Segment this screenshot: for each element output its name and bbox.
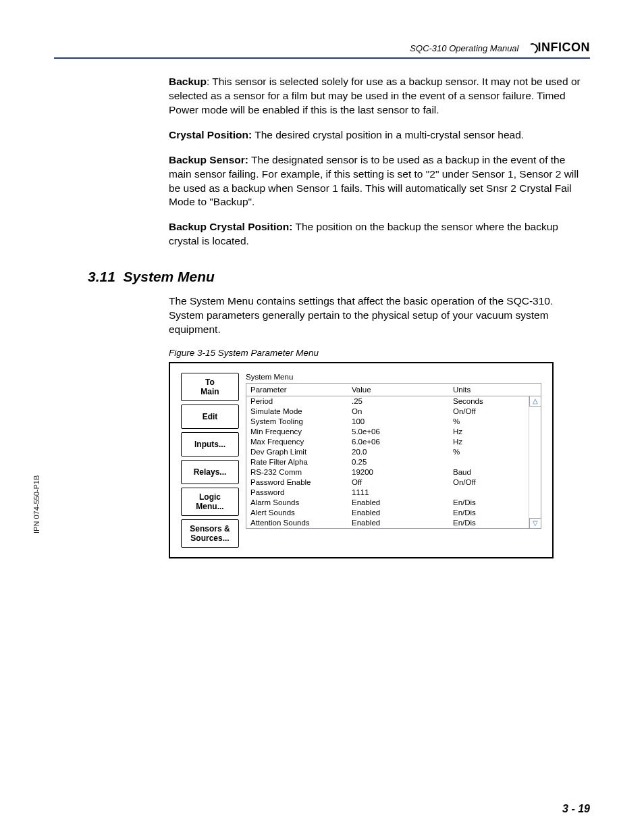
table-row[interactable]: Simulate ModeOnOn/Off [246,407,529,417]
table-scrollbar[interactable]: △ ▽ [529,396,541,528]
cell-units: % [449,447,529,457]
col-header-value: Value [348,384,449,396]
cell-value: Enabled [348,508,449,518]
backup-label: Backup [169,76,207,87]
figure-caption: Figure 3-15 System Parameter Menu [169,348,590,358]
table-row[interactable]: Rate Filter Alpha0.25 [246,457,529,467]
cell-value: 5.0e+06 [348,427,449,437]
section-number: 3.11 [88,269,115,284]
cell-parameter: Alert Sounds [246,508,348,518]
inputs-button[interactable]: Inputs... [181,432,239,457]
table-row[interactable]: Alert SoundsEnabledEn/Dis [246,508,529,518]
cell-units: En/Dis [449,518,529,528]
scroll-down-icon[interactable]: ▽ [529,518,541,529]
col-header-parameter: Parameter [246,384,348,396]
cell-units: Hz [449,427,529,437]
cell-units [449,488,529,498]
logic-menu-button[interactable]: Logic Menu... [181,488,239,516]
table-row[interactable]: Min Frequency5.0e+06Hz [246,427,529,437]
ipn-code: IPN 074-550-P1B [32,475,41,533]
page-number: 3 - 19 [562,803,590,815]
cell-parameter: Password [246,488,348,498]
section-heading: 3.11 System Menu [88,269,590,285]
cell-value: 20.0 [348,447,449,457]
cell-parameter: Password Enable [246,477,348,488]
backup-sensor-label: Backup Sensor: [169,154,248,165]
cell-parameter: Period [246,396,348,407]
cell-value: 0.25 [348,457,449,467]
parameter-table: Parameter Value Units Period.25SecondsSi… [246,383,541,529]
paragraph-backup-sensor: Backup Sensor: The designated sensor is … [169,153,590,210]
paragraph-crystal-position: Crystal Position: The desired crystal po… [169,128,590,142]
section-title: System Menu [124,269,215,284]
cell-units: On/Off [449,407,529,417]
paragraph-backup: Backup: This sensor is selected solely f… [169,75,590,118]
cell-value: .25 [348,396,449,407]
cell-units: On/Off [449,477,529,488]
cell-parameter: Max Frequency [246,437,348,447]
cell-units: Baud [449,467,529,477]
cell-units: En/Dis [449,498,529,508]
table-row[interactable]: Max Frequency6.0e+06Hz [246,437,529,447]
page-header: SQC-310 Operating Manual INFICON [54,41,590,59]
cell-parameter: Attention Sounds [246,518,348,528]
cell-value: Enabled [348,518,449,528]
cell-parameter: Min Frequency [246,427,348,437]
cell-parameter: Alarm Sounds [246,498,348,508]
table-row[interactable]: Attention SoundsEnabledEn/Dis [246,518,529,528]
cell-value: On [348,407,449,417]
parameter-panel: System Menu Parameter Value Units Period… [246,373,541,548]
table-header: Parameter Value Units [246,384,541,396]
table-row[interactable]: Period.25Seconds [246,396,529,407]
cell-value: Enabled [348,498,449,508]
table-row[interactable]: Dev Graph Limit20.0% [246,447,529,457]
cell-value: 19200 [348,467,449,477]
to-main-button[interactable]: To Main [181,373,239,401]
relays-button[interactable]: Relays... [181,460,239,484]
figure-system-menu: To Main Edit Inputs... Relays... Logic M… [169,362,554,558]
cell-value: 1111 [348,488,449,498]
brand-logo: INFICON [526,41,591,55]
cell-value: 6.0e+06 [348,437,449,447]
cell-units: Seconds [449,396,529,407]
cell-parameter: RS-232 Comm [246,467,348,477]
panel-title: System Menu [246,373,541,381]
scroll-up-icon[interactable]: △ [529,396,541,407]
crystal-pos-text: The desired crystal position in a multi-… [252,129,524,140]
cell-value: 100 [348,417,449,427]
cell-units: % [449,417,529,427]
doc-title: SQC-310 Operating Manual [410,43,518,55]
edit-button[interactable]: Edit [181,405,239,429]
section-intro: The System Menu contains settings that a… [169,294,590,337]
cell-units: Hz [449,437,529,447]
table-row[interactable]: System Tooling100% [246,417,529,427]
cell-units [449,457,529,467]
crystal-pos-label: Crystal Position: [169,129,252,140]
cell-value: Off [348,477,449,488]
side-button-column: To Main Edit Inputs... Relays... Logic M… [181,373,239,548]
logo-swoosh-icon [526,43,537,53]
cell-parameter: Simulate Mode [246,407,348,417]
table-row[interactable]: Password EnableOffOn/Off [246,477,529,488]
cell-parameter: Dev Graph Limit [246,447,348,457]
cell-parameter: System Tooling [246,417,348,427]
backup-text: : This sensor is selected solely for use… [169,76,581,115]
logo-text: INFICON [538,41,591,55]
backup-crystal-label: Backup Crystal Position: [169,221,292,232]
table-row[interactable]: Alarm SoundsEnabledEn/Dis [246,498,529,508]
col-header-units: Units [449,384,529,396]
cell-units: En/Dis [449,508,529,518]
cell-parameter: Rate Filter Alpha [246,457,348,467]
table-row[interactable]: Password1111 [246,488,529,498]
paragraph-backup-crystal-position: Backup Crystal Position: The position on… [169,220,590,249]
table-row[interactable]: RS-232 Comm19200Baud [246,467,529,477]
sensors-sources-button[interactable]: Sensors & Sources... [181,519,239,548]
